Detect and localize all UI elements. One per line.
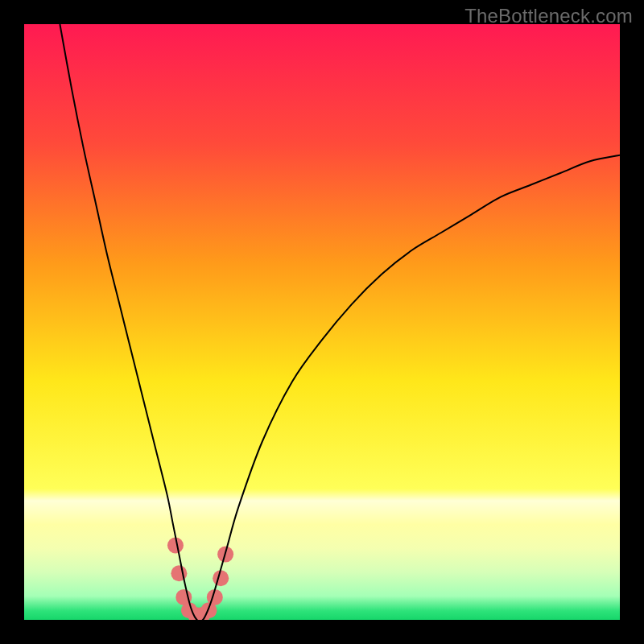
chart-svg [24,24,620,620]
plot-area [24,24,620,620]
chart-background [24,24,620,620]
optimal-marker [213,570,229,586]
chart-stage: TheBottleneck.com [0,0,644,644]
watermark-text: TheBottleneck.com [464,5,633,27]
